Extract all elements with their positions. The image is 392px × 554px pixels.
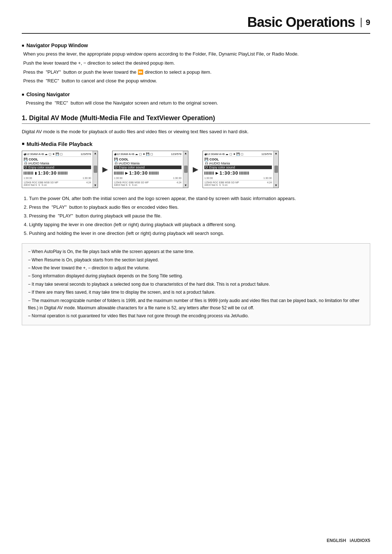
- note-8: − Normal operation is not guaranteed for…: [28, 312, 364, 319]
- step-1: Turn the power ON, after both the initia…: [29, 195, 370, 203]
- screen3-item1: ☊iAUDIO Mania: [204, 162, 272, 165]
- screen1-item2: ☋Enjoy color sound: [24, 166, 91, 169]
- multimedia-playback-heading: Multi-Media File Playback: [22, 141, 370, 147]
- screen2-progress: ▌▌▌▌▌▌▌ ▶ 1:30:30 ▌▌▌▌▌▌▌: [114, 170, 181, 176]
- step-4: Lightly tapping the lever in one directi…: [29, 221, 370, 229]
- footer: ENGLISH iAUDIOX5: [327, 538, 370, 543]
- navigator-popup-heading: Navigator Popup Window: [22, 42, 370, 48]
- footer-language: ENGLISH: [327, 538, 346, 543]
- screen3-folder: 💾COOL: [204, 158, 272, 161]
- screen3-counter: 123/578: [261, 152, 272, 156]
- page-title: Basic Operations: [247, 15, 355, 30]
- screen2-timebar: 1:30:30 1:30:30: [114, 177, 181, 179]
- digital-av-description: Digital AV mode is the mode for playback…: [22, 128, 370, 136]
- navigator-popup-line-2: Push the lever toward the +, − direction…: [22, 60, 370, 67]
- note-2: − When Resume is On, playback starts fro…: [28, 256, 364, 264]
- note-box: − When AutoPlay is On, the file plays ba…: [22, 243, 370, 325]
- screen2-bottom2: 44KH Nat S S S on: [114, 184, 181, 186]
- screen2-item2: ☋Enjoy color sound: [114, 166, 181, 169]
- note-3: − Move the lever toward the +, − directi…: [28, 264, 364, 272]
- screen1-time: ◕12:30AM A=B ☁ ▢ ★ 💾 ▢: [24, 152, 63, 156]
- navigator-popup-line-3: Press the "PLAY" button or push the leve…: [22, 69, 370, 76]
- screen1-bottom2: 44KH Nat S S S on: [24, 184, 91, 186]
- screen2-counter: 123/578: [171, 152, 181, 156]
- step-2: Press the "PLAY" button to playback audi…: [29, 203, 370, 211]
- screen2-topbar: ◕12:30AM A=B ☁ ▢ ★ 💾 ▢ 123/578: [114, 152, 181, 157]
- navigator-popup-line-1: When you press the lever, the appropriat…: [22, 50, 370, 58]
- screen3-timebar: 1:30:30 1:30:30: [204, 177, 272, 179]
- screen1-bottom: 125KB ROC EBB MSB SD MP 4:24: [24, 180, 91, 184]
- screen1-progress: ▌▌▌▌▌▌▌ ▮ 1:30:30 ▌▌▌▌▌▌▌: [24, 170, 91, 176]
- step-3: Pressing the "PLAY" button during playba…: [29, 212, 370, 220]
- device-screen-1: ◕12:30AM A=B ☁ ▢ ★ 💾 ▢ 123/578 💾COOL ☊iA…: [22, 151, 98, 188]
- note-5: − It may take several seconds to playbac…: [28, 281, 364, 288]
- screen2-bottom: 125KB ROC EBB MSB SD MP 4:24: [114, 180, 181, 184]
- screens-row: ◕12:30AM A=B ☁ ▢ ★ 💾 ▢ 123/578 💾COOL ☊iA…: [22, 151, 370, 188]
- device-screen-2: ◕12:30AM A=B ☁ ▢ ★ 💾 ▢ 123/578 💾COOL ☊iA…: [112, 151, 188, 188]
- screen3-scrollbar: ▲ ▼: [273, 151, 278, 188]
- screen2-folder: 💾COOL: [114, 158, 181, 161]
- screen3-bottom2: 44KH Nat S S S on: [204, 184, 272, 186]
- screen2-item1: ☊iAUDIO Mania: [114, 162, 181, 165]
- note-1: − When AutoPlay is On, the file plays ba…: [28, 248, 364, 255]
- screen1-topbar: ◕12:30AM A=B ☁ ▢ ★ 💾 ▢ 123/578: [24, 152, 91, 157]
- note-4: − Song information displayed during play…: [28, 272, 364, 280]
- digital-av-title: 1. Digital AV Mode (Multi‑Media File and…: [22, 114, 370, 124]
- screen1-folder: 💾COOL: [24, 158, 91, 161]
- note-7: − The maximum recognizable number of fol…: [28, 297, 364, 312]
- screen3-bottom: 125KB ROC EBB MSB SD MP 4:24: [204, 180, 272, 184]
- arrow-right-1: ▶: [102, 165, 108, 174]
- navigator-popup-line-4: Press the "REC" button to cancel and clo…: [22, 77, 370, 85]
- screen2-time: ◕12:30AM A=B ☁ ▢ ★ 💾 ▢: [114, 152, 153, 156]
- navigator-popup-section: Navigator Popup Window When you press th…: [22, 42, 370, 85]
- page-number: 9: [361, 18, 370, 27]
- screen3-topbar: ◕12:30AM A=B ☁ ▢ ★ 💾 ▢ 123/578: [204, 152, 272, 157]
- note-6: − If there are many files saved, it may …: [28, 289, 364, 296]
- footer-product: iAUDIOX5: [350, 538, 370, 543]
- step-5: Pushing and holding the lever in one dir…: [29, 229, 370, 237]
- screen2-scrollbar: ▲ ▼: [183, 151, 188, 188]
- page-header: Basic Operations 9: [22, 15, 370, 34]
- screen3-item2: ☋Enjoy color sound: [204, 166, 272, 169]
- arrow-right-2: ▶: [193, 165, 198, 174]
- screen1-counter: 123/578: [81, 152, 91, 156]
- screen3-time: ◕12:30AM A=B ☁ ▢ ★ 💾 ▢: [204, 152, 244, 156]
- closing-navigator-line: Pressing the "REC" button will close the…: [22, 99, 370, 107]
- screen3-progress: ▌▌▌▌▌▌▌ ▶ 1:30:30 ▌▌▌▌▌▌▌: [204, 170, 272, 176]
- device-screen-3: ◕12:30AM A=B ☁ ▢ ★ 💾 ▢ 123/578 💾COOL ☊iA…: [203, 151, 279, 188]
- screen1-item1: ☊iAUDIO Mania: [24, 162, 91, 165]
- screen1-scrollbar: ▲ ▼: [93, 151, 98, 188]
- closing-navigator-heading: Closing Navigator: [22, 91, 370, 97]
- scroll-thumb: [94, 166, 97, 173]
- closing-navigator-section: Closing Navigator Pressing the "REC" but…: [22, 91, 370, 107]
- steps-list: Turn the power ON, after both the initia…: [29, 195, 370, 237]
- screen1-timebar: 1:30:30 1:30:30: [24, 177, 91, 179]
